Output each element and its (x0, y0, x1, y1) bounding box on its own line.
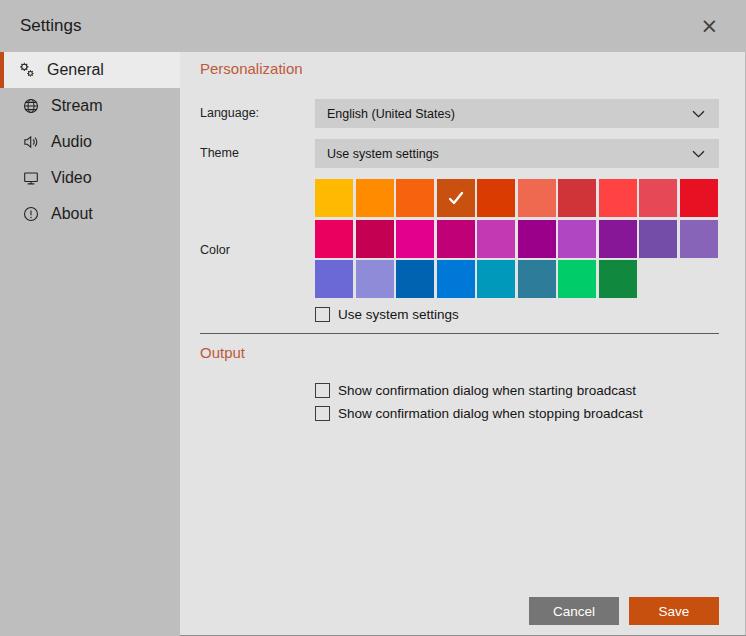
color-swatch[interactable] (518, 220, 556, 258)
confirm-start-broadcast-checkbox[interactable]: Show confirmation dialog when starting b… (315, 383, 636, 398)
sidebar-item-label: General (47, 61, 104, 79)
sidebar: General Stream Audio (0, 52, 180, 636)
sidebar-item-general[interactable]: General (0, 52, 180, 88)
output-heading: Output (200, 344, 245, 361)
info-icon (22, 205, 40, 223)
settings-window: Settings × General St (0, 0, 746, 636)
color-swatch[interactable] (680, 220, 718, 258)
color-swatch[interactable] (639, 179, 677, 217)
language-label: Language: (200, 106, 259, 120)
color-swatch[interactable] (518, 179, 556, 217)
color-swatch[interactable] (477, 260, 515, 298)
sidebar-item-video[interactable]: Video (0, 160, 180, 196)
language-dropdown[interactable]: English (United States) (315, 99, 719, 128)
close-icon[interactable]: × (692, 14, 726, 39)
checkmark-icon (445, 187, 467, 209)
checkbox-label: Use system settings (338, 307, 459, 322)
language-value: English (United States) (327, 107, 455, 121)
color-swatch[interactable] (396, 260, 434, 298)
speaker-icon (22, 133, 40, 151)
sidebar-item-about[interactable]: About (0, 196, 180, 232)
use-system-settings-checkbox[interactable]: Use system settings (315, 307, 459, 322)
theme-label: Theme (200, 146, 239, 160)
save-button[interactable]: Save (629, 597, 719, 625)
color-swatch[interactable] (477, 179, 515, 217)
checkbox-box (315, 406, 330, 421)
checkbox-box (315, 383, 330, 398)
color-swatch[interactable] (680, 179, 718, 217)
color-swatch[interactable] (437, 179, 475, 217)
cancel-button[interactable]: Cancel (529, 597, 619, 625)
color-swatch[interactable] (437, 220, 475, 258)
color-swatch[interactable] (315, 179, 353, 217)
color-swatch[interactable] (558, 260, 596, 298)
color-swatch[interactable] (599, 220, 637, 258)
color-swatch[interactable] (356, 260, 394, 298)
gears-icon (18, 61, 36, 79)
confirm-stop-broadcast-checkbox[interactable]: Show confirmation dialog when stopping b… (315, 406, 643, 421)
color-swatch[interactable] (639, 220, 677, 258)
color-swatch-grid (315, 179, 718, 298)
section-divider (200, 333, 719, 334)
globe-icon (22, 97, 40, 115)
titlebar: Settings × (0, 0, 746, 52)
sidebar-item-label: Stream (51, 97, 103, 115)
checkbox-label: Show confirmation dialog when stopping b… (338, 406, 643, 421)
color-swatch[interactable] (599, 260, 637, 298)
checkbox-box (315, 307, 330, 322)
color-swatch[interactable] (599, 179, 637, 217)
window-title: Settings (20, 16, 81, 36)
color-swatch[interactable] (356, 220, 394, 258)
theme-dropdown[interactable]: Use system settings (315, 139, 719, 168)
sidebar-item-stream[interactable]: Stream (0, 88, 180, 124)
sidebar-item-audio[interactable]: Audio (0, 124, 180, 160)
sidebar-item-label: Audio (51, 133, 92, 151)
color-swatch[interactable] (437, 260, 475, 298)
color-swatch[interactable] (477, 220, 515, 258)
color-swatch[interactable] (558, 179, 596, 217)
color-swatch[interactable] (356, 179, 394, 217)
color-swatch[interactable] (396, 179, 434, 217)
color-swatch[interactable] (518, 260, 556, 298)
color-swatch[interactable] (396, 220, 434, 258)
chevron-down-icon (692, 150, 705, 158)
color-swatch[interactable] (315, 220, 353, 258)
content-pane: Personalization Language: English (Unite… (180, 52, 746, 636)
chevron-down-icon (692, 110, 705, 118)
checkbox-label: Show confirmation dialog when starting b… (338, 383, 636, 398)
monitor-icon (22, 169, 40, 187)
color-label: Color (200, 243, 230, 257)
sidebar-item-label: Video (51, 169, 92, 187)
personalization-heading: Personalization (200, 60, 303, 77)
color-swatch[interactable] (315, 260, 353, 298)
sidebar-item-label: About (51, 205, 93, 223)
color-swatch[interactable] (558, 220, 596, 258)
theme-value: Use system settings (327, 147, 439, 161)
